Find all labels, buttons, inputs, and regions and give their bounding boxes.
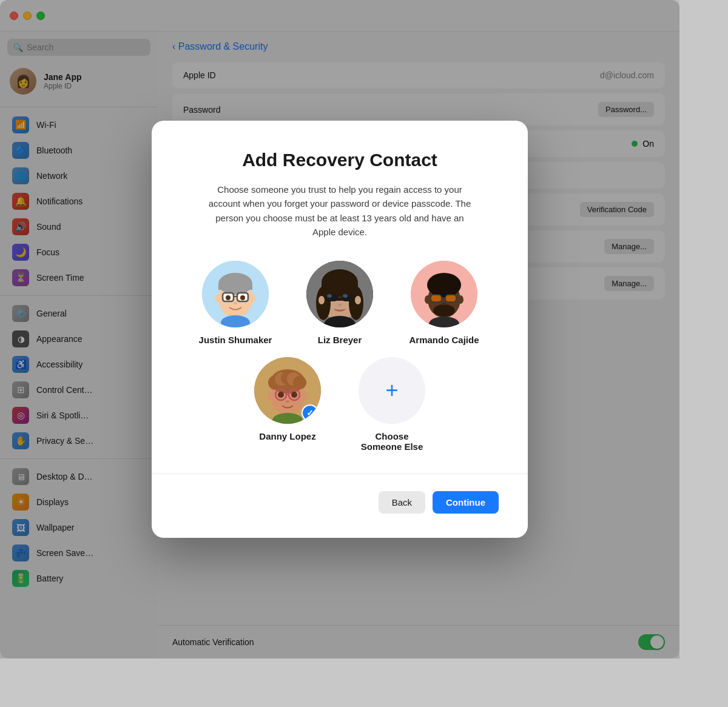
svg-point-27 bbox=[327, 294, 332, 298]
selected-check-badge: ✓ bbox=[302, 404, 318, 421]
contact-avatar-justin bbox=[202, 261, 269, 327]
contact-item-armando[interactable]: Armando Cajide bbox=[402, 261, 487, 345]
svg-point-33 bbox=[427, 273, 461, 297]
contact-item-choose-else[interactable]: + Choose Someone Else bbox=[349, 357, 434, 452]
svg-point-22 bbox=[318, 296, 325, 304]
contact-item-justin[interactable]: Justin Shumaker bbox=[193, 261, 278, 345]
svg-point-5 bbox=[249, 294, 255, 303]
svg-point-53 bbox=[302, 392, 308, 400]
svg-point-29 bbox=[338, 304, 342, 306]
contact-name-choose-else: Choose Someone Else bbox=[361, 431, 423, 452]
svg-point-57 bbox=[278, 392, 284, 398]
justin-avatar-svg bbox=[202, 261, 269, 327]
contact-avatar-danny: ✓ bbox=[254, 357, 321, 424]
svg-point-52 bbox=[268, 392, 274, 400]
svg-point-34 bbox=[425, 295, 431, 304]
svg-point-28 bbox=[343, 294, 348, 298]
svg-point-58 bbox=[291, 392, 297, 398]
contact-name-danny: Danny Lopez bbox=[259, 431, 315, 441]
liz-avatar-svg bbox=[306, 261, 373, 327]
svg-point-41 bbox=[433, 304, 455, 317]
modal-buttons: Back Continue bbox=[181, 491, 499, 514]
contact-name-liz: Liz Breyer bbox=[318, 335, 362, 345]
contact-avatar-choose-else: + bbox=[359, 357, 425, 424]
contact-name-justin: Justin Shumaker bbox=[199, 335, 272, 345]
back-button[interactable]: Back bbox=[379, 491, 425, 514]
contact-item-liz[interactable]: Liz Breyer bbox=[297, 261, 382, 345]
modal-overlay: Add Recovery Contact Choose someone you … bbox=[0, 0, 679, 658]
svg-point-42 bbox=[442, 303, 447, 306]
modal-description: Choose someone you trust to help you reg… bbox=[206, 183, 473, 239]
svg-point-9 bbox=[240, 295, 245, 300]
modal-title: Add Recovery Contact bbox=[181, 150, 499, 170]
svg-point-51 bbox=[293, 376, 306, 389]
modal-divider bbox=[152, 474, 528, 474]
plus-icon: + bbox=[385, 380, 398, 401]
add-recovery-contact-modal: Add Recovery Contact Choose someone you … bbox=[152, 121, 528, 538]
svg-point-59 bbox=[286, 400, 289, 403]
continue-button[interactable]: Continue bbox=[433, 491, 499, 514]
svg-point-8 bbox=[226, 295, 231, 300]
svg-point-35 bbox=[457, 295, 463, 304]
contacts-grid: Justin Shumaker bbox=[181, 261, 499, 452]
svg-point-23 bbox=[355, 296, 361, 304]
svg-rect-3 bbox=[218, 284, 252, 290]
svg-rect-37 bbox=[445, 295, 456, 302]
svg-point-13 bbox=[234, 302, 237, 304]
svg-point-4 bbox=[215, 294, 221, 303]
contact-item-danny[interactable]: ✓ Danny Lopez bbox=[245, 357, 330, 452]
contact-avatar-armando bbox=[411, 261, 477, 327]
contact-name-armando: Armando Cajide bbox=[409, 335, 479, 345]
main-window: 🔍 Search 👩 Jane App Apple ID 📶 Wi-Fi bbox=[0, 0, 679, 658]
contact-avatar-liz bbox=[306, 261, 373, 327]
svg-rect-36 bbox=[431, 295, 442, 302]
armando-avatar-svg bbox=[411, 261, 477, 327]
